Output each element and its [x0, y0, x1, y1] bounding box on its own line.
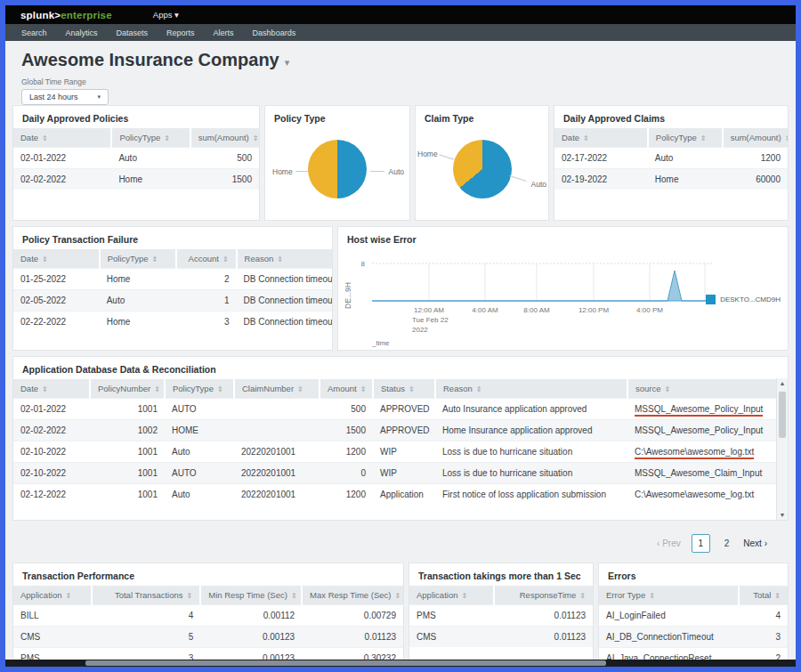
policy-type-pie[interactable] — [308, 140, 367, 198]
column-header[interactable]: Date⇕ — [554, 128, 648, 148]
nav-item-search[interactable]: Search — [21, 28, 47, 37]
nav-item-dashboards[interactable]: Dashboards — [253, 28, 296, 37]
table-cell: 0.01123 — [494, 627, 593, 648]
column-header[interactable]: Date⇕ — [13, 128, 111, 148]
chart-legend: DESKTO...CMD9H — [706, 295, 781, 304]
column-header[interactable]: Status⇕ — [373, 379, 435, 399]
table-row: AI_LoginFailed4 — [599, 605, 788, 627]
error-spike[interactable] — [668, 271, 682, 301]
column-label: Amount — [328, 384, 357, 393]
table-cell: Home — [648, 169, 723, 190]
table-cell: 02-10-2022 — [13, 441, 90, 463]
sort-icon: ⇕ — [42, 385, 48, 393]
table-cell: 4 — [739, 605, 788, 627]
table-row: 02-22-2022Home3DB Connection timeout — [13, 312, 332, 333]
table-cell: DB Connection timeout — [237, 312, 332, 333]
table-cell: 0.00123 — [200, 627, 302, 648]
claim-type-pie[interactable] — [453, 140, 512, 198]
legend-label: DESKTO...CMD9H — [720, 296, 781, 304]
column-header[interactable]: Application⇕ — [13, 586, 92, 605]
panel-transaction-performance: Transaction Performance Application⇕Tota… — [12, 563, 404, 662]
sort-icon: ⇕ — [785, 134, 788, 142]
table-row: 02-01-2022Auto500 — [13, 148, 259, 169]
column-header[interactable]: PolicyType⇕ — [100, 249, 176, 269]
column-header[interactable]: PolicyNumber⇕ — [90, 379, 165, 399]
column-header[interactable]: Total⇕ — [739, 586, 788, 605]
column-header[interactable]: sum(Amount)⇕ — [190, 128, 259, 148]
table-cell: MSSQL_Awesome_Policy_Input — [627, 420, 776, 441]
column-header[interactable]: ClaimNumber⇕ — [234, 379, 320, 399]
policy-transaction-failure-table: Date⇕PolicyType⇕Account⇕Reason⇕01-25-202… — [13, 249, 332, 332]
splunk-logo[interactable]: splunk>enterprise — [20, 10, 112, 20]
column-header[interactable]: Total Transactions⇕ — [92, 586, 201, 605]
column-header[interactable]: Amount⇕ — [320, 379, 373, 399]
sort-icon: ⇕ — [665, 385, 671, 393]
column-header[interactable]: sum(Amount)⇕ — [723, 128, 788, 148]
column-header[interactable]: PolicyType⇕ — [648, 128, 723, 148]
column-label: Date — [562, 133, 579, 142]
table-cell: Home — [100, 269, 176, 290]
column-header[interactable]: PolicyType⇕ — [165, 379, 234, 399]
page-2-button[interactable]: 2 — [721, 538, 733, 548]
pie-connector-line — [439, 154, 454, 160]
sort-icon: ⇕ — [409, 385, 415, 393]
sort-icon: ⇕ — [579, 592, 586, 600]
sort-icon: ⇕ — [65, 592, 71, 600]
table-cell: 02-01-2022 — [13, 399, 90, 420]
prev-page-button[interactable]: ‹ Prev — [657, 538, 681, 548]
panel-policy-transaction-failure: Policy Transaction Failure Date⇕PolicyTy… — [12, 226, 333, 351]
column-header[interactable]: PolicyType⇕ — [111, 128, 190, 148]
column-header[interactable]: Reason⇕ — [237, 249, 332, 269]
table-cell: APPROVED — [373, 420, 435, 441]
scrollbar-thumb[interactable] — [779, 392, 786, 438]
column-header[interactable]: source⇕ — [627, 379, 776, 399]
panel-title: Policy Type — [265, 106, 409, 128]
column-label: Min Resp Time (Sec) — [208, 590, 287, 600]
sort-icon: ⇕ — [42, 134, 48, 142]
sort-icon: ⇕ — [253, 134, 259, 142]
sort-icon: ⇕ — [154, 385, 160, 393]
caret-down-icon: ▾ — [174, 10, 179, 20]
scroll-down-icon[interactable]: ▼ — [777, 512, 788, 518]
column-label: PolicyType — [108, 254, 149, 263]
nav-item-reports[interactable]: Reports — [166, 28, 195, 37]
nav-item-datasets[interactable]: Datasets — [117, 28, 149, 37]
column-header[interactable]: Application⇕ — [409, 586, 494, 605]
column-header[interactable]: Date⇕ — [13, 379, 90, 399]
source-value: C:\Awesome\awesome_log.txt — [635, 447, 754, 459]
scrollbar-thumb[interactable] — [85, 660, 606, 666]
claim-type-chart: Home Auto — [416, 128, 548, 210]
column-label: ClaimNumber — [242, 384, 294, 393]
column-header[interactable]: Error Type⇕ — [599, 586, 739, 605]
horizontal-scrollbar[interactable] — [5, 660, 796, 667]
nav-item-alerts[interactable]: Alerts — [214, 28, 234, 37]
nav-item-analytics[interactable]: Analytics — [66, 28, 98, 37]
column-header[interactable]: Min Resp Time (Sec)⇕ — [200, 586, 302, 605]
next-page-button[interactable]: Next › — [743, 538, 767, 548]
column-header[interactable]: Max Resp Time (Sec)⇕ — [302, 586, 403, 605]
table-cell: C:\Awesome\awesome_log.txt — [627, 484, 776, 506]
column-header[interactable]: Reason⇕ — [435, 379, 627, 399]
column-header[interactable]: Date⇕ — [13, 249, 100, 269]
table-cell: Auto — [111, 148, 190, 169]
table-cell: 1500 — [190, 169, 259, 190]
vertical-scrollbar[interactable]: ▲ ▼ — [776, 378, 788, 520]
scroll-up-icon[interactable]: ▲ — [777, 380, 788, 386]
page-1-button[interactable]: 1 — [692, 534, 710, 553]
table-cell: Auto Insurance application approved — [435, 399, 627, 420]
sort-icon: ⇕ — [476, 385, 482, 393]
sort-icon: ⇕ — [277, 255, 283, 263]
table-cell: Auto — [648, 148, 723, 169]
column-header[interactable]: ResponseTime⇕ — [494, 586, 593, 605]
table-cell: APPROVED — [373, 399, 435, 420]
table-row: 02-01-20221001AUTO500APPROVEDAuto Insura… — [13, 399, 776, 420]
time-range-dropdown[interactable]: Last 24 hours ▾ — [21, 89, 109, 105]
table-cell — [234, 399, 320, 420]
table-cell: 1200 — [320, 484, 373, 506]
apps-menu[interactable]: Apps ▾ — [153, 10, 179, 20]
column-header[interactable]: Account⇕ — [176, 249, 237, 269]
title-caret-icon[interactable]: ▾ — [285, 57, 290, 68]
table-cell: 60000 — [723, 169, 788, 190]
column-label: Max Resp Time (Sec) — [310, 590, 391, 600]
panel-daily-approved-policies: Daily Approved Policies Date⇕PolicyType⇕… — [12, 105, 260, 221]
